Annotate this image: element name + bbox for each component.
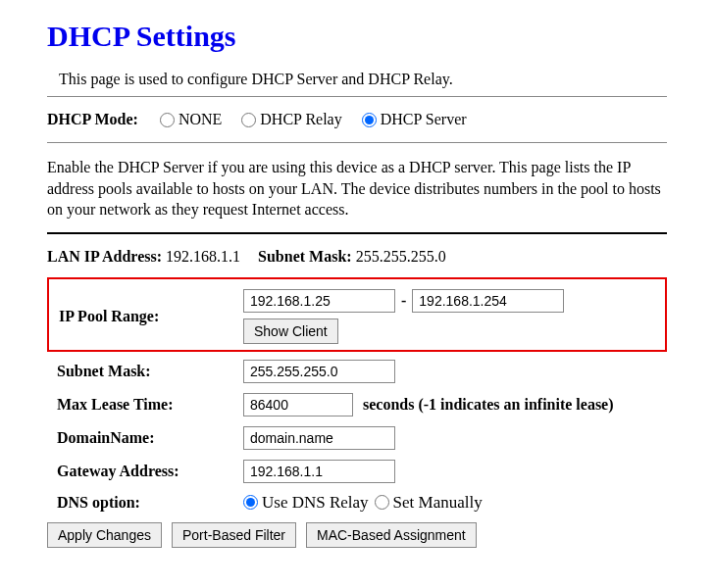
port-based-filter-button[interactable]: Port-Based Filter (172, 522, 296, 548)
lan-ip-label: LAN IP Address: (47, 248, 162, 265)
lan-mask-label: Subnet Mask: (258, 248, 352, 265)
dns-manual-option[interactable]: Set Manually (375, 493, 483, 513)
divider (47, 232, 667, 234)
ip-pool-end-input[interactable] (412, 289, 564, 313)
ip-pool-highlight: IP Pool Range: - Show Client (47, 277, 667, 352)
subnet-mask-input[interactable] (243, 360, 395, 383)
gateway-address-input[interactable] (243, 460, 395, 483)
dash-icon: - (401, 292, 406, 310)
mac-based-assignment-button[interactable]: MAC-Based Assignment (306, 522, 477, 548)
ip-pool-start-input[interactable] (243, 289, 395, 313)
lease-time-suffix: seconds (-1 indicates an infinite lease) (363, 396, 614, 414)
dhcp-mode-label: DHCP Mode: (47, 111, 138, 128)
mode-relay-option[interactable]: DHCP Relay (241, 111, 341, 128)
dns-option-label: DNS option: (47, 494, 243, 512)
mode-server-radio[interactable] (362, 113, 377, 127)
mode-server-label: DHCP Server (381, 111, 467, 128)
lan-ip-value: 192.168.1.1 (166, 248, 240, 265)
dns-relay-radio[interactable] (243, 495, 258, 510)
lease-time-label: Max Lease Time: (47, 396, 243, 414)
gateway-address-label: Gateway Address: (47, 463, 243, 480)
show-client-button[interactable]: Show Client (243, 318, 338, 344)
intro-text: This page is used to configure DHCP Serv… (47, 71, 667, 88)
divider (47, 96, 667, 97)
lan-info-line: LAN IP Address: 192.168.1.1 Subnet Mask:… (47, 248, 667, 266)
mode-none-option[interactable]: NONE (160, 111, 222, 128)
dns-manual-label: Set Manually (393, 493, 483, 513)
apply-changes-button[interactable]: Apply Changes (47, 522, 162, 548)
description-text: Enable the DHCP Server if you are using … (47, 157, 667, 220)
domain-name-input[interactable] (243, 426, 395, 450)
mode-server-option[interactable]: DHCP Server (362, 111, 467, 128)
mode-relay-label: DHCP Relay (260, 111, 341, 128)
action-button-row: Apply Changes Port-Based Filter MAC-Base… (47, 522, 667, 548)
subnet-mask-label: Subnet Mask: (47, 363, 243, 380)
domain-name-label: DomainName: (47, 429, 243, 447)
divider (47, 142, 667, 143)
mode-none-radio[interactable] (160, 113, 175, 127)
page-title: DHCP Settings (47, 20, 667, 53)
dhcp-mode-row: DHCP Mode: NONE DHCP Relay DHCP Server (47, 111, 667, 128)
mode-relay-radio[interactable] (241, 113, 256, 127)
dns-relay-option[interactable]: Use DNS Relay (243, 493, 369, 513)
lan-mask-value: 255.255.255.0 (356, 248, 446, 265)
mode-none-label: NONE (178, 111, 222, 128)
lease-time-input[interactable] (243, 393, 353, 416)
dns-manual-radio[interactable] (375, 495, 389, 510)
dns-relay-label: Use DNS Relay (262, 493, 369, 513)
ip-pool-label: IP Pool Range: (55, 308, 243, 325)
